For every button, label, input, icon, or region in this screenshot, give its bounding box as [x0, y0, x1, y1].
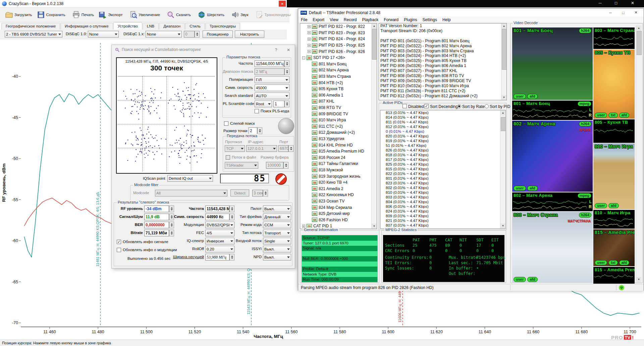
dot-size-spinner[interactable]	[257, 127, 262, 134]
tree-item[interactable]: SD826 Fashion HD	[300, 217, 377, 223]
toolbar-button-print[interactable]: Печать	[70, 8, 97, 22]
tree-item[interactable]: SD823 Ocean TV	[300, 198, 377, 205]
tab-6[interactable]: Стиль	[185, 23, 205, 30]
tree-item[interactable]: SD821 Amedia 2	[300, 185, 377, 192]
active-pid-item[interactable]: 826 (0.01% ~ 4.47 Kbps)	[380, 148, 505, 153]
tree-item[interactable]: SD809 BRIDGE TV	[300, 111, 377, 117]
tree-expander[interactable]: +	[308, 38, 311, 41]
active-pid-item[interactable]: 809 (0.01% ~ 4.47 Kbps)	[380, 214, 505, 218]
scroll-thumb[interactable]	[372, 29, 377, 60]
tree-item[interactable]: SD814 KHL Prime HD	[300, 142, 377, 148]
result3-combo-6[interactable]: Выкл.	[263, 254, 291, 261]
pls-value-field[interactable]: 1	[273, 101, 284, 107]
crazyscan-close-button[interactable]: ✕	[279, 1, 286, 7]
tree-item[interactable]: SD819 Загородная жизнь	[300, 173, 377, 179]
active-pid-item[interactable]: 807 (0.01% ~ 4.47 Kbps)	[380, 223, 505, 228]
tree-item[interactable]: +PMPMT PID 822 - Progr. 822	[300, 23, 377, 30]
tree-item[interactable]: SD802 Матч Арена	[300, 67, 377, 73]
tree-item[interactable]: SD804 НТВ (+2)	[300, 79, 377, 86]
tuner-select[interactable]: 2 - TBS 6908 DVBS/S2 Tuner 0	[5, 31, 62, 38]
bg-maximize-icon[interactable]: □	[615, 1, 617, 5]
active-pid-item[interactable]: 51 (0.01% ~ 4.47 Kbps)	[380, 143, 505, 148]
menu-help[interactable]: Help	[440, 17, 453, 22]
param-combo-4[interactable]: 45000	[255, 84, 289, 91]
active-pid-item[interactable]: 818 (0.01% ~ 4.47 Kbps)	[380, 153, 505, 157]
tree-scrollbar[interactable]: ▲▼	[371, 23, 377, 229]
tree-expander[interactable]: +	[308, 50, 311, 53]
active-pid-item[interactable]: 825 (0.01% ~ 4.47 Kbps)	[380, 162, 505, 167]
tree-expander[interactable]: +	[302, 225, 305, 228]
pid-list-scrollbar[interactable]: ▲▼	[500, 110, 505, 228]
menu-forward[interactable]: Forward	[381, 17, 401, 22]
active-pid-item[interactable]: 804 (0.01% ~ 4.47 Kbps)	[380, 199, 505, 204]
tree-item[interactable]: SD803 Матч Страна	[300, 73, 377, 80]
menu-export[interactable]: Export	[310, 17, 327, 22]
active-pid-item[interactable]: 815 (0.01% ~ 4.47 Kbps)	[380, 167, 505, 171]
tree-item[interactable]: +PMPMT PID 824 - Progr. 824	[300, 36, 377, 42]
bg-minimize-icon[interactable]: ─	[599, 1, 602, 5]
param-spinner-1[interactable]	[284, 60, 289, 67]
param-combo-3[interactable]: Г/Л	[255, 76, 289, 83]
param-spinner-1-down[interactable]	[285, 64, 289, 67]
dot-size-spinner-up[interactable]	[258, 128, 262, 131]
dialog-help-button[interactable]: ?	[272, 47, 280, 53]
active-pid-item[interactable]: 803 (0.01% ~ 4.47 Kbps)	[380, 195, 505, 199]
scroll-down-icon[interactable]: ▼	[372, 224, 377, 229]
active-pid-item[interactable]: 822 (0.01% ~ 4.47 Kbps)	[380, 171, 505, 176]
pls-value-spinner-up[interactable]	[285, 101, 289, 104]
active-pid-item[interactable]: 806 (0.01% ~ 4.47 Kbps)	[380, 204, 505, 209]
tree-expander[interactable]: +	[308, 25, 311, 28]
active-pid-item[interactable]: 813 (0.01% ~ 4.47 Kbps)	[380, 110, 505, 115]
toolbar-button-zoomdoc[interactable]: Увеличение	[127, 8, 162, 22]
tree-expander[interactable]: +	[308, 44, 311, 47]
tree-expander[interactable]: +	[308, 31, 311, 34]
result3-combo-4[interactable]: Single	[263, 238, 291, 244]
pat-scrollbar[interactable]: ▲▼	[501, 23, 506, 100]
active-pid-item[interactable]: 812 (0.01% ~ 4.47 Kbps)	[380, 124, 505, 129]
configure-button[interactable]: Настроить	[235, 31, 264, 38]
result3-combo-2[interactable]: CCM	[263, 222, 291, 228]
scroll-down-icon[interactable]: ▼	[500, 223, 505, 228]
scroll-thumb[interactable]	[501, 117, 506, 131]
dot-size-spinner-down[interactable]	[258, 131, 262, 134]
tree-item[interactable]: SD818 Мужской	[300, 167, 377, 173]
scroll-up-icon[interactable]: ▲	[636, 25, 641, 31]
tab-1[interactable]: Географическое положение	[1, 23, 60, 30]
pls-value-spinner-down[interactable]	[285, 104, 289, 107]
tree-item[interactable]: SD805 Кухня ТВ	[300, 86, 377, 92]
tree-item[interactable]: +PMPMT PID 826 - Progr. 826	[300, 48, 377, 55]
tree-item[interactable]: +PMPMT PID 823 - Progr. 823	[300, 30, 377, 36]
pls-search-checkbox[interactable]	[255, 109, 259, 113]
tree-item[interactable]: SD824 Мир Сериала	[300, 204, 377, 211]
positioner-button[interactable]: Позиционер	[203, 31, 233, 38]
tab-5[interactable]: Диапазон	[159, 23, 185, 30]
active-pid-item[interactable]: 811 (0.01% ~ 4.47 Kbps)	[380, 120, 505, 124]
active-pid-item[interactable]: 821 (0.01% ~ 4.47 Kbps)	[380, 218, 505, 223]
tab-4[interactable]: LNB	[143, 23, 159, 30]
sort-descending-checkbox[interactable]: ✓	[424, 104, 429, 108]
active-pid-item[interactable]: 819 (0.01% ~ 4.47 Kbps)	[380, 138, 505, 143]
tree-item[interactable]: SD812 Домашний (+2)	[300, 129, 377, 136]
result3-combo-0[interactable]: Выкл.	[263, 206, 291, 212]
scroll-down-icon[interactable]: ▼	[636, 277, 641, 282]
tree-item[interactable]: SD801 Матч Боец	[300, 61, 377, 67]
scroll-up-icon[interactable]: ▲	[500, 110, 505, 115]
tree-item[interactable]: SD825 Детский мир	[300, 211, 377, 217]
active-pid-item[interactable]: 823 (0.01% ~ 4.47 Kbps)	[380, 181, 505, 185]
tab-3[interactable]: Устройство	[113, 22, 142, 30]
param-combo-5[interactable]: AUTO	[255, 93, 289, 99]
toolbar-button-sound[interactable]: Звук	[229, 8, 251, 22]
tree-item[interactable]: SD810 Матч Игра	[300, 117, 377, 123]
scroll-up-icon[interactable]: ▲	[372, 23, 377, 28]
menu-plugins[interactable]: Plugins	[401, 17, 420, 22]
tsreader-maximize-button[interactable]: □	[617, 9, 630, 16]
tsreader-close-button[interactable]: ✕	[630, 9, 642, 16]
menu-view[interactable]: View	[327, 17, 341, 22]
param-field-1[interactable]: 11544,000 МГц	[255, 60, 284, 67]
bg-close-icon[interactable]: ✕	[631, 1, 634, 5]
active-pid-item[interactable]: 824 (0.01% ~ 4.47 Kbps)	[380, 209, 505, 214]
tree-item[interactable]: SD808 RTG TV	[300, 105, 377, 111]
toolbar-button-export[interactable]: Экспорт	[96, 8, 125, 22]
tree-item[interactable]: SD820 Кино ТВ +4	[300, 179, 377, 186]
tree-item[interactable]: SD807 KHL	[300, 98, 377, 105]
